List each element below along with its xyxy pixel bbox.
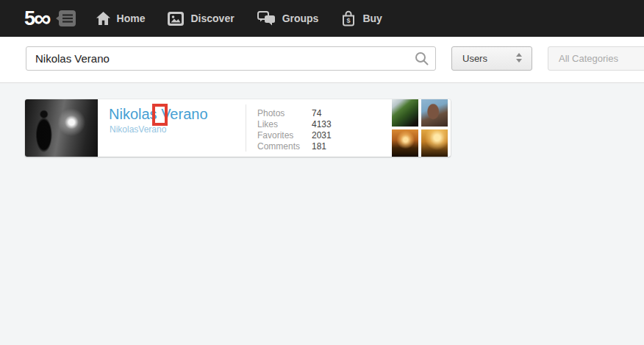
- logo-500px[interactable]: 5∞: [24, 0, 77, 37]
- nav-discover[interactable]: Discover: [168, 12, 234, 26]
- discover-icon: [168, 12, 184, 26]
- search-type-select[interactable]: Users: [451, 46, 532, 71]
- stat-row-comments: Comments 181: [257, 141, 332, 152]
- user-username-link[interactable]: NikolasVerano: [110, 124, 166, 135]
- nav-home-label: Home: [117, 13, 146, 24]
- search-input[interactable]: [26, 46, 436, 71]
- home-icon: [96, 12, 110, 25]
- search-icon[interactable]: [415, 51, 429, 68]
- stat-value: 74: [312, 108, 321, 118]
- category-select[interactable]: All Categories: [548, 46, 644, 71]
- nav-home[interactable]: Home: [96, 12, 146, 25]
- stat-row-likes: Likes 4133: [257, 118, 332, 129]
- nav-buy-label: Buy: [362, 13, 382, 24]
- user-avatar-photo[interactable]: [25, 99, 98, 157]
- stat-row-photos: Photos 74: [257, 107, 332, 118]
- photo-thumbnail-2[interactable]: [421, 99, 448, 127]
- user-result-card[interactable]: Nikolas Verano NikolasVerano Photos 74 L…: [25, 99, 451, 157]
- groups-icon: [257, 11, 276, 26]
- logo-text: 5∞: [24, 0, 51, 37]
- select-stepper-icon: [516, 53, 522, 63]
- search-type-value: Users: [462, 53, 487, 64]
- nav-discover-label: Discover: [190, 13, 234, 24]
- user-stats: Photos 74 Likes 4133 Favorites 2031 Comm…: [257, 107, 332, 152]
- main-nav: Home Discover Gr: [96, 10, 405, 26]
- top-navbar: 5∞ Home: [0, 0, 644, 37]
- buy-icon: $: [341, 10, 356, 26]
- category-select-value: All Categories: [559, 53, 618, 64]
- photo-thumbnail-4[interactable]: [421, 129, 448, 157]
- stat-label: Photos: [257, 108, 312, 118]
- stat-row-favorites: Favorites 2031: [257, 129, 332, 141]
- stat-value: 4133: [312, 119, 332, 129]
- search-section: Users All Categories: [0, 37, 644, 83]
- stat-label: Favorites: [257, 130, 312, 141]
- stat-value: 2031: [312, 130, 332, 141]
- nav-groups[interactable]: Groups: [257, 11, 319, 26]
- stat-label: Likes: [257, 119, 312, 129]
- photo-thumbnail-1[interactable]: [392, 99, 418, 127]
- nav-groups-label: Groups: [282, 13, 319, 24]
- flow-list-icon[interactable]: [55, 9, 77, 28]
- search-input-wrap: [26, 46, 436, 71]
- card-divider: [246, 104, 246, 152]
- photo-thumbnail-3[interactable]: [392, 129, 418, 157]
- user-name-link[interactable]: Nikolas Verano: [109, 106, 208, 123]
- svg-text:$: $: [347, 17, 351, 24]
- nav-buy[interactable]: $ Buy: [341, 10, 382, 26]
- stat-label: Comments: [257, 141, 312, 152]
- stat-value: 181: [312, 141, 326, 152]
